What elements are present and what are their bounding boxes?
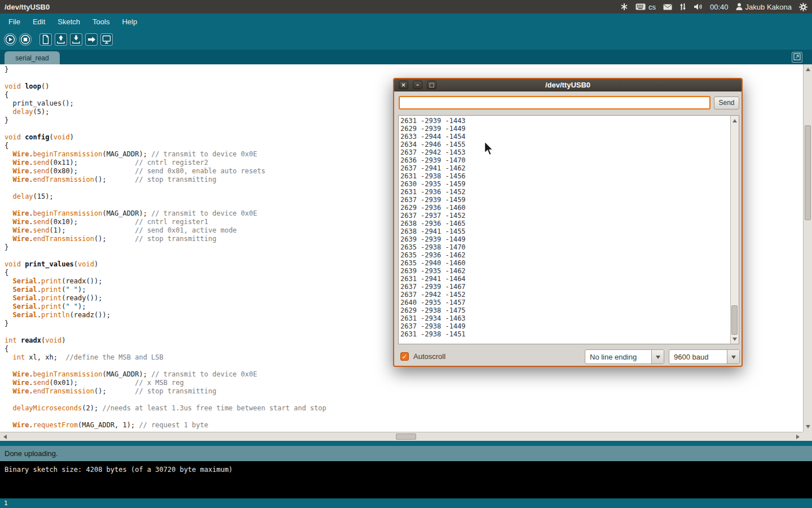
serial-data-line: 2637 -2942 -1452 <box>399 291 730 299</box>
code-line <box>0 396 803 404</box>
serial-data-line: 2637 -2941 -1462 <box>399 164 730 172</box>
serial-data-line: 2631 -2938 -1456 <box>399 172 730 180</box>
menu-help[interactable]: Help <box>116 15 143 29</box>
chevron-down-icon[interactable] <box>651 350 664 364</box>
tab-menu-icon <box>793 52 801 63</box>
code-line: Wire.beginTransmission(MAG_ADDR); // tra… <box>0 370 803 379</box>
code-line: } <box>0 65 803 74</box>
code-line <box>0 413 803 421</box>
serial-data-line: 2631 -2936 -1452 <box>399 188 730 196</box>
menu-edit[interactable]: Edit <box>27 15 51 29</box>
close-icon[interactable]: × <box>399 81 408 89</box>
serial-data-line: 2637 -2938 -1449 <box>399 322 730 330</box>
serial-data-line: 2629 -2938 -1475 <box>399 306 730 314</box>
screen: /dev/ttyUSB0 cs 00:40 <box>0 0 812 508</box>
serial-data-line: 2631 -2939 -1443 <box>399 117 730 125</box>
serial-data-line: 2638 -2936 -1465 <box>399 220 730 227</box>
serial-output: 2631 -2939 -14432629 -2939 -14492633 -29… <box>399 117 730 344</box>
serial-window-titlebar[interactable]: × – □ /dev/ttyUSB0 <box>394 79 742 91</box>
editor-vscroll-thumb[interactable] <box>805 125 811 220</box>
keyboard-layout-indicator[interactable]: cs <box>636 3 656 11</box>
serial-monitor-button[interactable] <box>100 33 113 46</box>
console-line: Binary sketch size: 4208 bytes (of a 307… <box>5 465 807 474</box>
verify-icon <box>5 34 16 45</box>
serial-data-line: 2639 -2935 -1462 <box>399 267 730 275</box>
serial-data-line: 2640 -2935 -1457 <box>399 299 730 306</box>
code-line: Wire.requestFrom(MAG_ADDR, 1); // reques… <box>0 421 803 430</box>
serial-scroll-up-arrow[interactable] <box>731 117 739 122</box>
serial-data-line: 2637 -2942 -1453 <box>399 148 730 156</box>
new-button[interactable] <box>39 33 52 46</box>
tab-menu-button[interactable] <box>792 52 802 63</box>
serial-data-line: 2635 -2940 -1460 <box>399 259 730 267</box>
serial-monitor-icon <box>101 34 112 45</box>
open-icon <box>55 34 67 45</box>
status-bar: Done uploading. <box>0 446 812 461</box>
open-button[interactable] <box>55 33 67 46</box>
menu-tools[interactable]: Tools <box>86 15 116 29</box>
line-number-indicator: 1 <box>4 500 8 507</box>
editor-horizontal-scrollbar[interactable] <box>0 432 803 441</box>
serial-data-line: 2631 -2934 -1463 <box>399 314 730 322</box>
menu-file[interactable]: File <box>2 15 27 29</box>
editor-vertical-scrollbar[interactable] <box>803 64 812 432</box>
editor-hscroll-thumb[interactable] <box>396 433 416 440</box>
serial-scrollbar[interactable] <box>730 116 739 344</box>
code-line: delayMicroseconds(2); //needs at least 1… <box>0 404 803 413</box>
stop-button[interactable] <box>19 33 32 46</box>
user-icon <box>736 3 743 11</box>
scrollbar-corner <box>803 432 812 441</box>
autoscroll-label: Autoscroll <box>413 352 445 361</box>
serial-data-line: 2635 -2938 -1470 <box>399 243 730 251</box>
serial-data-line: 2633 -2944 -1454 <box>399 133 730 141</box>
verify-button[interactable] <box>4 33 16 46</box>
chevron-down-icon[interactable] <box>727 350 739 364</box>
upload-button[interactable] <box>85 33 98 46</box>
scroll-left-arrow[interactable] <box>1 432 7 441</box>
indicator-star-icon[interactable] <box>620 3 628 11</box>
scroll-down-arrow[interactable] <box>804 425 812 431</box>
tab-strip: serial_read <box>0 50 812 64</box>
stop-icon <box>20 34 31 45</box>
serial-scroll-thumb[interactable] <box>731 305 738 335</box>
serial-data-line: 2634 -2946 -1455 <box>399 141 730 148</box>
serial-scroll-down-arrow[interactable] <box>731 338 739 343</box>
minimize-icon[interactable]: – <box>413 81 422 89</box>
send-button[interactable]: Send <box>714 97 739 110</box>
status-message: Done uploading. <box>5 449 58 458</box>
serial-data-line: 2637 -2939 -1467 <box>399 283 730 291</box>
serial-data-line: 2630 -2935 -1459 <box>399 180 730 188</box>
volume-icon[interactable] <box>694 3 703 11</box>
baud-rate-select[interactable]: 9600 baud <box>669 349 740 364</box>
serial-monitor-window: × – □ /dev/ttyUSB0 Send 2631 -2939 -1443… <box>393 78 743 367</box>
network-traffic-icon[interactable] <box>679 3 686 11</box>
baud-rate-value: 9600 baud <box>674 353 725 361</box>
scroll-up-arrow[interactable] <box>804 65 812 71</box>
footer-bar: 1 <box>0 498 812 508</box>
toolbar <box>0 29 812 50</box>
menu-sketch[interactable]: Sketch <box>51 15 86 29</box>
menubar: FileEditSketchToolsHelp <box>0 14 812 29</box>
mail-icon[interactable] <box>663 4 672 10</box>
session-gear-icon[interactable] <box>799 3 807 11</box>
autoscroll-checkbox[interactable]: ✓ <box>400 352 409 361</box>
line-ending-select[interactable]: No line ending <box>585 349 664 364</box>
maximize-icon[interactable]: □ <box>427 81 436 89</box>
code-line: Wire.endTransmission(); // stop transmit… <box>0 387 803 396</box>
serial-data-line: 2631 -2938 -1451 <box>399 330 730 338</box>
new-icon <box>40 34 51 45</box>
clock-label: 00:40 <box>710 3 729 11</box>
panel-window-title: /dev/ttyUSB0 <box>5 3 50 11</box>
clock[interactable]: 00:40 <box>710 3 729 11</box>
serial-data-line: 2638 -2941 -1455 <box>399 227 730 235</box>
tab-serial_read[interactable]: serial_read <box>5 51 60 64</box>
serial-window-title: /dev/ttyUSB0 <box>545 81 590 89</box>
line-ending-value: No line ending <box>590 353 649 361</box>
save-button[interactable] <box>70 33 82 46</box>
user-menu[interactable]: Jakub Kakona <box>736 3 792 11</box>
serial-send-input[interactable] <box>399 96 710 110</box>
username-label: Jakub Kakona <box>745 3 792 11</box>
serial-output-area[interactable]: 2631 -2939 -14432629 -2939 -14492633 -29… <box>398 115 739 344</box>
serial-data-line: 2637 -2939 -1459 <box>399 196 730 204</box>
scroll-right-arrow[interactable] <box>796 432 802 441</box>
